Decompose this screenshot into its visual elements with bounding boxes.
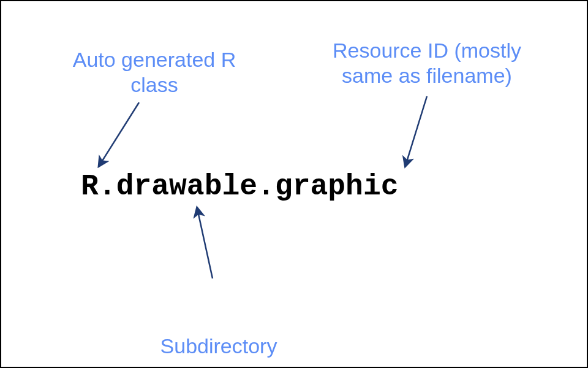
annotation-resource-id: Resource ID (mostly same as filename): [295, 38, 559, 88]
arrow-r-class: [99, 102, 139, 166]
arrow-subdirectory: [197, 209, 213, 278]
arrow-resource-id: [405, 96, 427, 166]
code-token-dot2: .: [257, 170, 275, 203]
code-token-graphic: graphic: [275, 170, 399, 203]
code-token-dot1: .: [99, 170, 116, 203]
annotation-subdirectory: Subdirectory in res folder: [124, 283, 314, 368]
code-token-drawable: drawable: [116, 170, 257, 203]
annotation-subdirectory-line1: Subdirectory: [124, 334, 314, 359]
annotation-r-class: Auto generated R class: [53, 47, 255, 98]
code-token-r: R: [81, 170, 99, 203]
code-expression: R.drawable.graphic: [81, 170, 399, 203]
diagram-stage: Auto generated R class Resource ID (most…: [0, 0, 588, 368]
